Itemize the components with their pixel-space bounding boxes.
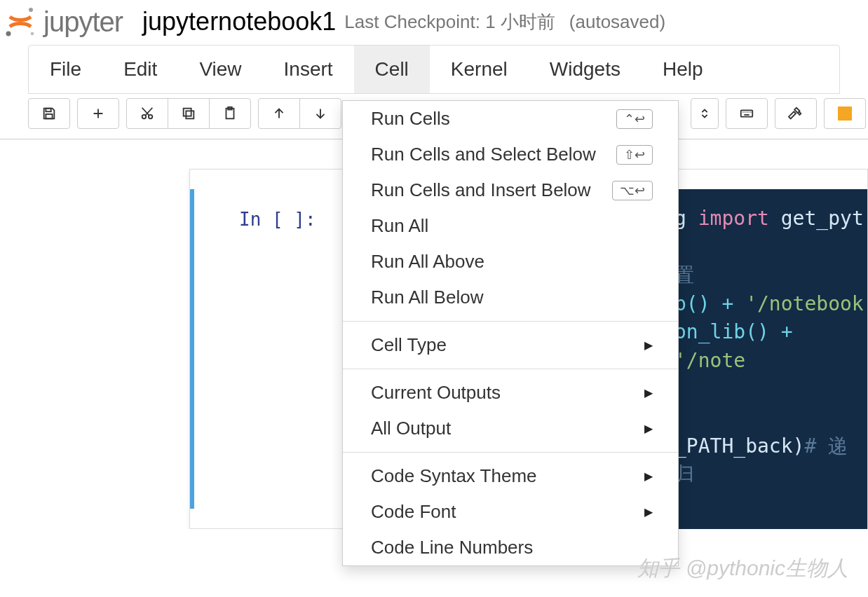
code-editor[interactable]: g import get_pyt 置 b() + '/notebook on_l… (674, 189, 867, 529)
code-frag: on_lib() + (674, 320, 793, 343)
menu-separator (343, 321, 678, 322)
cell-menu-dropdown: Run Cells⌃↩Run Cells and Select Below⇧↩R… (342, 100, 679, 529)
menu-item-label: Run Cells and Insert Below (371, 179, 591, 201)
menubar: FileEditViewInsertCellKernelWidgetsHelp (28, 45, 840, 94)
copy-button[interactable] (168, 98, 210, 129)
updown-button[interactable] (691, 98, 719, 129)
menu-item-run-all-above[interactable]: Run All Above (343, 244, 678, 280)
menu-view[interactable]: View (178, 46, 262, 93)
square-orange-icon (838, 107, 852, 121)
submenu-arrow-icon: ▶ (644, 505, 653, 519)
menu-help[interactable]: Help (642, 46, 724, 93)
menu-separator (343, 452, 678, 453)
code-frag: '/notebook (745, 292, 864, 315)
notebook-name[interactable]: jupyternotebook1 (142, 7, 336, 36)
menu-item-label: Run Cells and Select Below (371, 144, 596, 165)
code-frag: import (698, 207, 769, 230)
square-button[interactable] (824, 98, 866, 129)
menu-item-code-font[interactable]: Code Font▶ (343, 494, 678, 529)
menu-item-label: Run All Below (371, 287, 483, 308)
menu-item-run-cells-and-insert-below[interactable]: Run Cells and Insert Below⌥↩ (343, 172, 678, 208)
submenu-arrow-icon: ▶ (644, 422, 653, 435)
paste-button[interactable] (209, 98, 251, 129)
menu-item-current-outputs[interactable]: Current Outputs▶ (343, 375, 678, 411)
jupyter-logo-icon (4, 6, 36, 38)
submenu-arrow-icon: ▶ (644, 386, 653, 399)
menu-item-run-all-below[interactable]: Run All Below (343, 280, 678, 315)
menu-item-label: Cell Type (371, 334, 447, 356)
menu-item-label: Run Cells (371, 108, 450, 130)
menu-kernel[interactable]: Kernel (430, 46, 529, 93)
shortcut-badge: ⌥↩ (612, 181, 653, 200)
menu-item-label: Code Font (371, 501, 456, 523)
menu-cell[interactable]: Cell (354, 46, 430, 93)
submenu-arrow-icon: ▶ (644, 338, 653, 352)
header: jupyter jupyternotebook1 Last Checkpoint… (0, 0, 868, 41)
gavel-button[interactable] (775, 98, 817, 129)
svg-point-1 (6, 32, 11, 36)
menu-item-all-output[interactable]: All Output▶ (343, 411, 678, 446)
menu-item-cell-type[interactable]: Cell Type▶ (343, 327, 678, 363)
svg-rect-3 (46, 109, 50, 112)
checkpoint-text: Last Checkpoint: 1 小时前 (344, 10, 555, 34)
menu-separator (343, 369, 678, 369)
move-up-button[interactable] (258, 98, 300, 129)
menu-edit[interactable]: Edit (102, 46, 178, 93)
menu-item-label: Run All Above (371, 251, 484, 273)
cell-prompt: In [ ]: (239, 209, 316, 509)
logo-text: jupyter (43, 6, 123, 38)
svg-rect-8 (184, 109, 191, 116)
submenu-arrow-icon: ▶ (644, 469, 653, 483)
menu-file[interactable]: File (29, 46, 102, 93)
shortcut-badge: ⌃↩ (616, 109, 653, 129)
save-button[interactable] (28, 98, 70, 129)
code-frag: _PATH_back) (674, 434, 804, 458)
autosaved-text: (autosaved) (569, 11, 665, 33)
menu-item-label: Run All (371, 215, 428, 237)
code-frag: get_pyt (769, 207, 864, 230)
menu-item-run-cells-and-select-below[interactable]: Run Cells and Select Below⇧↩ (343, 137, 678, 172)
svg-rect-7 (186, 111, 194, 118)
cell-gutter (190, 189, 194, 509)
logo: jupyter (4, 6, 123, 38)
move-down-button[interactable] (299, 98, 341, 129)
menu-item-label: All Output (371, 418, 451, 439)
shortcut-badge: ⇧↩ (616, 145, 653, 165)
menu-item-label: Code Syntax Theme (371, 465, 537, 487)
menu-item-run-all[interactable]: Run All (343, 208, 678, 244)
svg-point-2 (31, 32, 34, 36)
code-frag: b() + (674, 292, 745, 315)
keyboard-button[interactable] (726, 98, 768, 129)
svg-rect-4 (46, 114, 52, 118)
add-cell-button[interactable] (77, 98, 119, 129)
svg-rect-11 (741, 110, 753, 116)
svg-point-0 (29, 8, 33, 12)
menu-item-run-cells[interactable]: Run Cells⌃↩ (343, 101, 678, 137)
cut-button[interactable] (126, 98, 168, 129)
menu-item-label: Current Outputs (371, 382, 501, 404)
menu-item-code-syntax-theme[interactable]: Code Syntax Theme▶ (343, 458, 678, 494)
menu-widgets[interactable]: Widgets (529, 46, 642, 93)
menu-insert[interactable]: Insert (263, 46, 354, 93)
code-frag: '/note (674, 349, 745, 372)
